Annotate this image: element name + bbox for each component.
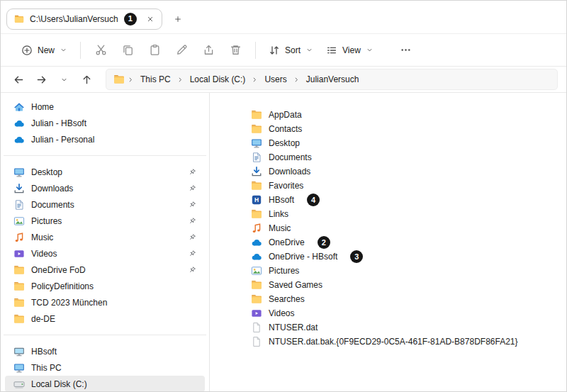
file-row-onedrive-hbsoft[interactable]: OneDrive - HBsoft 3 [251,250,566,264]
more-icon [400,44,412,56]
onedrive-cloud-icon [13,118,25,129]
sidebar-item-music[interactable]: Music [5,229,205,245]
chevron-right-icon [127,76,135,84]
share-button[interactable] [195,39,222,62]
breadcrumb-julianversuch[interactable]: JulianVersuch [303,73,363,86]
view-button[interactable]: View [320,39,380,62]
back-icon [13,74,24,85]
onedrive-cloud-icon [251,237,262,248]
file-row-links[interactable]: Links [251,207,566,221]
monitor-icon [13,362,25,374]
folder-icon [251,123,262,135]
file-list: AppData Contacts Desktop Documents Downl… [210,93,566,391]
file-row-appdata[interactable]: AppData [251,108,566,122]
pin-icon [188,201,196,209]
breadcrumb-users[interactable]: Users [261,73,290,86]
sidebar-item-tcd-2023-muenchen[interactable]: TCD 2023 München [5,294,205,310]
new-tab-button[interactable] [168,9,188,29]
explorer-tab[interactable]: C:\Users\JulianVersuch 1 [6,9,162,30]
sidebar-item-local-disk-c[interactable]: Local Disk (C:) [5,376,205,391]
sidebar-item-julian-hbsoft[interactable]: Julian - HBsoft [5,115,205,131]
folder-icon [251,109,262,121]
sidebar-item-downloads[interactable]: Downloads [5,180,205,196]
command-toolbar: New Sort View [1,34,566,67]
file-row-ntuser-dat[interactable]: NTUSER.dat [251,320,566,335]
sidebar-item-documents[interactable]: Documents [5,196,205,213]
pin-icon [188,233,196,242]
file-name: Favorites [269,181,303,191]
file-name: Saved Games [269,280,322,290]
file-row-contacts[interactable]: Contacts [251,122,566,136]
sidebar-item-onedrive-fod[interactable]: OneDrive FoD [5,262,205,278]
file-row-desktop[interactable]: Desktop [251,136,566,150]
sidebar-item-hbsoft[interactable]: HBsoft [5,343,205,359]
document-icon [251,152,262,163]
file-name: Downloads [269,167,310,177]
new-button[interactable]: New [15,39,74,62]
file-row-saved-games[interactable]: Saved Games [251,278,566,292]
rename-icon [176,44,188,56]
sidebar-item-label: Music [31,233,53,242]
file-explorer-window: C:\Users\JulianVersuch 1 New Sort View [0,0,567,392]
file-name: AppData [269,110,302,120]
toolbar-separator [255,42,256,59]
forward-button[interactable] [30,69,52,90]
sidebar-item-this-pc[interactable]: This PC [5,359,205,376]
tab-bar: C:\Users\JulianVersuch 1 [1,1,566,34]
chevron-right-icon [251,76,259,84]
chevron-down-icon [60,76,68,84]
address-bar[interactable]: This PC Local Disk (C:) Users JulianVers… [106,69,558,90]
up-button[interactable] [76,69,97,90]
file-icon [251,322,262,333]
file-row-searches[interactable]: Searches [251,292,566,306]
copy-button[interactable] [114,39,141,62]
pin-icon [188,217,196,225]
sidebar-item-policydefinitions[interactable]: PolicyDefinitions [5,278,205,294]
plus-icon [174,15,182,23]
rename-button[interactable] [168,39,195,62]
music-icon [13,232,25,243]
file-row-downloads[interactable]: Downloads [251,164,566,179]
tab-title: C:\Users\JulianVersuch [30,14,118,24]
sidebar-item-label: Desktop [31,167,62,177]
monitor-icon [251,138,262,149]
paste-button[interactable] [141,39,168,62]
recent-locations-button[interactable] [53,69,74,90]
file-row-pictures[interactable]: Pictures [251,264,566,278]
back-button[interactable] [8,69,29,90]
sidebar-item-videos[interactable]: Videos [5,245,205,262]
file-name: HBsoft [269,195,294,205]
videos-icon [13,248,25,259]
file-row-ntuser-dat-bak[interactable]: NTUSER.dat.bak.{0F9ECD29-0C5A-461F-81AD-… [251,335,566,349]
annotation-badge-1: 1 [124,13,137,26]
folder-icon [14,14,24,24]
tab-close-button[interactable] [142,11,158,27]
cut-button[interactable] [87,39,114,62]
breadcrumb-this-pc[interactable]: This PC [137,73,174,86]
file-name: Music [269,223,291,233]
sidebar-item-desktop[interactable]: Desktop [5,164,205,180]
sort-button[interactable]: Sort [262,39,320,62]
file-row-documents[interactable]: Documents [251,150,566,164]
breadcrumb-local-disk-c[interactable]: Local Disk (C:) [186,73,249,86]
sidebar-item-julian-personal[interactable]: Julian - Personal [5,131,205,147]
file-row-videos[interactable]: Videos [251,306,566,320]
sidebar-item-de-de[interactable]: de-DE [5,310,205,327]
sidebar-separator [4,335,206,335]
file-row-hbsoft[interactable]: HBsoft 4 [251,193,566,207]
file-row-onedrive[interactable]: OneDrive 2 [251,235,566,250]
delete-button[interactable] [222,39,249,62]
folder-icon [251,180,262,191]
file-name: NTUSER.dat.bak.{0F9ECD29-0C5A-461F-81AD-… [269,337,518,347]
toolbar-separator [80,42,81,59]
sidebar-item-pictures[interactable]: Pictures [5,213,205,229]
breadcrumb-folder-icon [113,74,125,85]
more-options-button[interactable] [393,39,420,62]
pin-icon [188,266,196,274]
annotation-badge-3: 3 [350,250,363,263]
sidebar-item-home[interactable]: Home [5,99,205,115]
file-row-music[interactable]: Music [251,221,566,235]
chevron-down-icon [60,46,67,54]
file-row-favorites[interactable]: Favorites [251,179,566,193]
sort-button-label: Sort [285,45,301,55]
